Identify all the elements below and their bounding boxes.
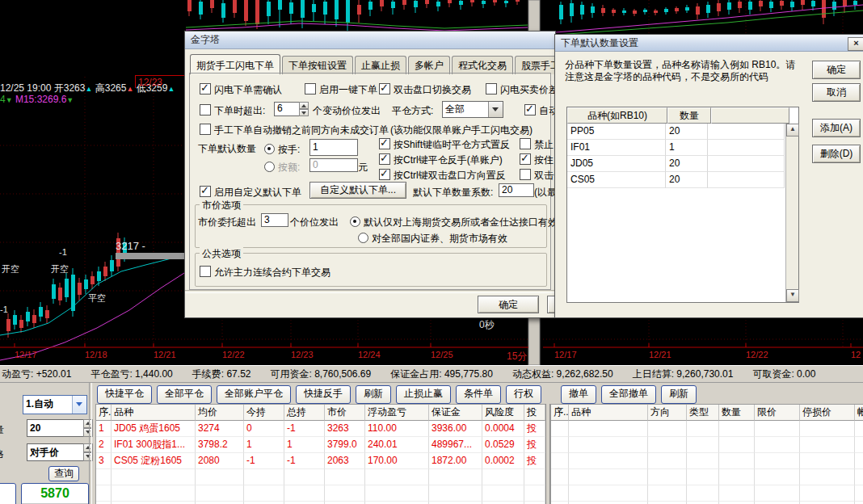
table-row[interactable]: 3CS05 淀粉16052080-1-12063170.001872.000.0… [96,453,545,469]
column-header[interactable]: 市价 [325,405,365,421]
close-mode-select[interactable]: 全部 [442,101,503,118]
column-header[interactable]: 今持 [244,405,284,421]
checkbox-icon[interactable] [520,169,531,180]
dialog-titlebar[interactable]: 下单默认数量设置 [555,35,863,52]
table-row[interactable]: JD0520 [567,156,798,172]
market-exceed-input[interactable]: 3 [261,213,288,227]
toolbar-button[interactable]: 条件单 [456,385,501,404]
checkbox-icon[interactable] [520,153,531,165]
orders-table[interactable]: 序..品种方向类型数量限价停损价帐 [550,404,863,504]
checkbox-icon[interactable] [520,138,531,149]
checkbox-icon[interactable] [486,83,497,94]
column-header[interactable]: 数量 [667,107,711,124]
exceed-ticks-stepper[interactable] [299,102,309,116]
radio-shanghai-only[interactable]: 默认仅对上海期货交易所或者金仕达接口有效) [350,216,556,229]
radio-icon[interactable] [264,144,275,154]
custom-default-button[interactable]: 自定义默认下单... [309,182,406,199]
table-row[interactable]: 2IF01 300股指1...3798.2113799.0240.0148996… [96,437,545,453]
checkbox-icon[interactable] [200,104,211,116]
checkbox-shift-reverse[interactable]: 按Shift键临时平仓方式置反 [379,138,510,152]
table-row[interactable]: 1JD05 鸡蛋160532740-13263110.003936.000.00… [96,421,545,437]
checkbox-one-key[interactable]: 启用一键下单 [305,83,377,97]
column-header[interactable]: 类型 [687,405,719,421]
column-header[interactable]: 品种 [569,405,648,421]
add-button[interactable]: 添加(A) [812,119,861,137]
amount-input[interactable]: 0 [309,158,358,172]
checkbox-main-contract[interactable]: 允许主力连续合约下单交易 [200,266,330,279]
radio-by-amount[interactable]: 按额: [264,161,300,174]
sell-button[interactable]: 5870 卖出 [21,483,89,504]
checkbox-cancel-prev[interactable]: 手工下单自动撤销之前同方向未成交订单 [200,124,389,137]
hand-qty-input[interactable]: 1 [309,139,358,156]
column-header[interactable]: 方向 [648,405,687,421]
column-header[interactable]: 限价 [755,405,800,421]
checkbox-icon[interactable] [379,153,390,165]
cancel-button[interactable]: 取消 [812,83,861,102]
checkbox-icon[interactable] [524,104,536,116]
tab-program-trading[interactable]: 程式化交易 [452,56,513,74]
checkbox-price-range[interactable]: 闪电买卖价差范 [486,83,556,97]
column-header[interactable]: 数量 [719,405,755,421]
toolbar-button[interactable]: 快捷平仓 [97,385,152,404]
column-header[interactable]: 停损价 [800,405,855,421]
column-header[interactable] [711,107,789,124]
radio-icon[interactable] [350,216,360,227]
radio-icon[interactable] [264,162,275,172]
checkbox-dblclick-switch[interactable]: 双击盘口切换交易 [379,83,471,97]
checkbox-icon[interactable] [379,83,390,94]
checkbox-icon[interactable] [200,124,211,135]
column-header[interactable]: 总持 [284,405,325,421]
checkbox-flash-confirm[interactable]: 闪电下单需确认 [200,83,282,97]
table-row[interactable]: IF011 [567,140,798,156]
table-row[interactable]: CS0520 [567,172,798,188]
scroll-up-icon[interactable]: ▲ [786,124,799,136]
ok-button[interactable]: 确定 [478,296,539,313]
checkbox-icon[interactable] [305,83,316,94]
delete-button[interactable]: 删除(D) [812,145,861,163]
radio-icon[interactable] [358,233,368,243]
close-icon[interactable] [848,37,863,51]
tab-multi-account[interactable]: 多帐户 [408,56,450,74]
toolbar-button[interactable]: 刷新 [661,385,697,404]
ok-button[interactable]: 确定 [812,61,861,79]
order-price-input[interactable]: 对手价 [27,443,86,461]
checkbox-icon[interactable] [379,169,390,180]
toolbar-button[interactable]: 全部账户平仓 [217,385,291,404]
checkbox-icon[interactable] [379,138,390,149]
tab-stop-profit-loss[interactable]: 止赢止损 [355,56,406,74]
column-header[interactable]: 浮动盈亏 [365,405,429,421]
column-header[interactable]: 序.. [551,405,569,421]
checkbox-auto[interactable]: 自动 [524,104,556,118]
checkbox-hold[interactable]: 按住 [520,153,554,167]
scroll-down-icon[interactable]: ▼ [786,289,799,302]
checkbox-ctrl-reverse[interactable]: 按Ctrl键平仓反手(单账户) [379,153,503,167]
column-header[interactable]: 风险度 [482,405,524,421]
checkbox-dblclick[interactable]: 双击 [520,169,554,183]
checkbox-custom-default[interactable]: 启用自定义默认下单 [200,186,301,200]
exceed-ticks-input[interactable]: 6 [274,102,300,116]
dialog-titlebar[interactable]: 金字塔 [185,32,555,49]
column-header[interactable]: 品种(如RB10) [567,107,667,124]
toolbar-button[interactable]: 刷新 [356,385,391,404]
table-row[interactable]: PP0520 [567,124,798,140]
qty-factor-input[interactable]: 20 [499,183,534,197]
column-header[interactable]: 帐 [855,405,863,421]
order-qty-input[interactable]: 20 [27,419,86,437]
chevron-down-icon[interactable] [488,102,503,117]
checkbox-icon[interactable] [200,83,211,94]
column-header[interactable]: 序.. [96,405,112,421]
chevron-down-icon[interactable] [72,396,86,414]
checkbox-icon[interactable] [200,186,211,197]
mode-select[interactable]: 1.自动 [23,395,87,414]
checkbox-exceed-ticks[interactable]: 下单时超出: [200,104,265,118]
toolbar-button[interactable]: 止损止赢 [396,385,451,404]
toolbar-button[interactable]: 行权 [506,385,541,404]
toolbar-button[interactable]: 快捷反手 [296,385,351,404]
qty-table[interactable]: 品种(如RB10)数量PP0520IF011JD0520CS0520 ▲ ▼ [566,107,799,303]
table-scrollbar[interactable]: ▲ ▼ [785,124,798,302]
tab-order-buttons[interactable]: 下单按钮设置 [282,56,353,74]
column-header[interactable]: 品种 [112,405,196,421]
radio-all-markets[interactable]: 对全部国内证券、期货市场有效 [358,232,507,246]
tab-stock-flash[interactable]: 股票手工闪电下 [515,56,556,74]
column-header[interactable]: 均价 [196,405,244,421]
